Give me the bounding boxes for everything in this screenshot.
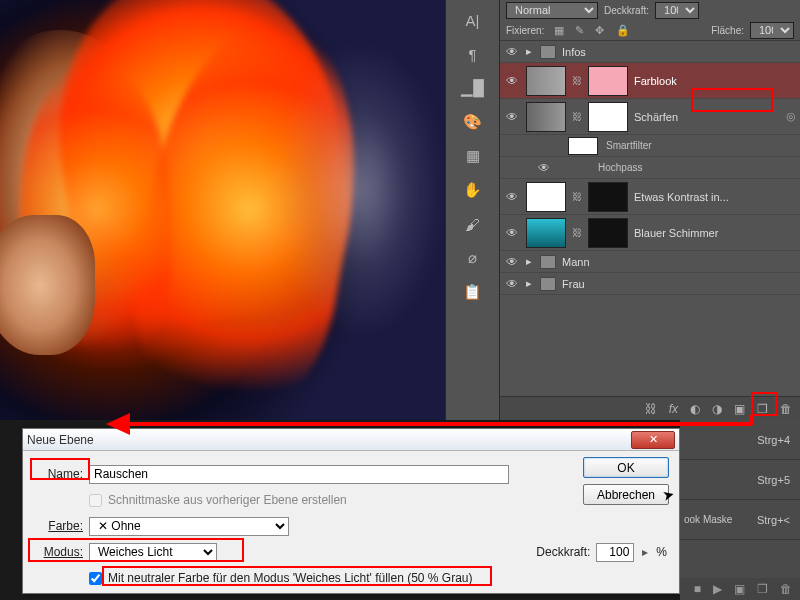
- shortcut-row[interactable]: ook Maske Strg+<: [680, 500, 800, 540]
- opacity-value[interactable]: 100%: [655, 2, 699, 19]
- neutral-fill-checkbox[interactable]: [89, 572, 102, 585]
- visibility-toggle[interactable]: 👁: [536, 161, 552, 175]
- color-label: Farbe:: [35, 519, 83, 533]
- layers-footer: ⛓ fx ◐ ◑ ▣ ❐ 🗑: [500, 396, 800, 420]
- link-icon: ⛓: [572, 191, 582, 202]
- mask-icon[interactable]: ◐: [690, 402, 700, 416]
- stop-icon[interactable]: ■: [694, 582, 701, 596]
- hand-icon[interactable]: ✋: [459, 176, 487, 204]
- swatches-icon[interactable]: 🎨: [459, 108, 487, 136]
- visibility-toggle[interactable]: 👁: [504, 45, 520, 59]
- link-layers-icon[interactable]: ⛓: [645, 402, 657, 416]
- visibility-toggle[interactable]: 👁: [504, 277, 520, 291]
- layer-thumb: [526, 102, 566, 132]
- name-label: Name:: [35, 467, 83, 481]
- new-icon[interactable]: ❐: [757, 582, 768, 596]
- visibility-toggle[interactable]: 👁: [504, 110, 520, 124]
- fx-icon[interactable]: fx: [669, 402, 678, 416]
- folder-icon: [540, 255, 556, 269]
- color-select[interactable]: ✕ Ohne: [89, 517, 289, 536]
- dialog-opacity-label: Deckkraft:: [536, 545, 590, 559]
- annotation-arrow: [119, 422, 751, 426]
- annotation-arrow: [106, 413, 130, 435]
- dialog-title: Neue Ebene: [27, 433, 94, 447]
- shortcut-row[interactable]: Strg+4: [680, 420, 800, 460]
- group-icon[interactable]: ▣: [734, 402, 745, 416]
- histogram-icon[interactable]: ▁█: [459, 74, 487, 102]
- visibility-toggle[interactable]: 👁: [504, 74, 520, 88]
- dialog-opacity-input[interactable]: [596, 543, 634, 562]
- layer-list: 👁 ▸ Infos 👁 ⛓ Farblook 👁 ⛓ Schärfen ◎ Sm…: [500, 40, 800, 295]
- fill-value[interactable]: 100%: [750, 22, 794, 39]
- layer-kontrast[interactable]: 👁 ⛓ Etwas Kontrast in...: [500, 179, 800, 215]
- mode-label: Modus:: [35, 545, 83, 559]
- layer-thumb: [526, 218, 566, 248]
- layers-panel: Normal Deckkraft: 100% Fixieren: ▦ ✎ ✥ 🔒…: [500, 0, 800, 420]
- actions-panel: Strg+4 Strg+5 ook Maske Strg+< ■ ▶ ▣ ❐ 🗑: [680, 420, 800, 600]
- opacity-label: Deckkraft:: [604, 5, 649, 16]
- cancel-button[interactable]: Abbrechen: [583, 484, 669, 505]
- adjustment-icon[interactable]: ◑: [712, 402, 722, 416]
- lock-label: Fixieren:: [506, 25, 544, 36]
- visibility-toggle[interactable]: 👁: [504, 255, 520, 269]
- filter-hochpass[interactable]: 👁 Hochpass: [500, 157, 800, 179]
- smart-object-icon: ◎: [786, 110, 796, 123]
- paragraph-panel-icon[interactable]: ¶: [459, 40, 487, 68]
- mask-thumb[interactable]: [588, 218, 628, 248]
- notes-icon[interactable]: 📋: [459, 278, 487, 306]
- play-icon[interactable]: ▶: [713, 582, 722, 596]
- new-layer-icon[interactable]: ❐: [757, 402, 768, 416]
- layer-farblook[interactable]: 👁 ⛓ Farblook: [500, 63, 800, 99]
- neutral-fill-label: Mit neutraler Farbe für den Modus 'Weich…: [108, 571, 473, 585]
- fill-label: Fläche:: [711, 25, 744, 36]
- blend-mode-select[interactable]: Normal: [506, 2, 598, 19]
- type-panel-icon[interactable]: A|: [459, 6, 487, 34]
- link-icon: ⛓: [572, 75, 582, 86]
- layer-thumb: [526, 182, 566, 212]
- clip-checkbox: [89, 494, 102, 507]
- ok-button[interactable]: OK: [583, 457, 669, 478]
- link-icon: ⛓: [572, 227, 582, 238]
- layer-folder-frau[interactable]: 👁 ▸ Frau: [500, 273, 800, 295]
- percent-label: %: [656, 545, 667, 559]
- folder-icon: [540, 45, 556, 59]
- brush-icon[interactable]: 🖌: [459, 210, 487, 238]
- lock-icons[interactable]: ▦ ✎ ✥ 🔒: [554, 24, 633, 37]
- canvas-image[interactable]: [0, 0, 445, 420]
- new-layer-dialog: Neue Ebene ✕ OK Abbrechen ➤ Name: Schnit…: [22, 428, 680, 594]
- opacity-arrow-icon[interactable]: ▸: [640, 545, 650, 559]
- clip-label: Schnittmaske aus vorheriger Ebene erstel…: [108, 493, 347, 507]
- filter-mask-thumb: [568, 137, 598, 155]
- mask-thumb[interactable]: [588, 102, 628, 132]
- panel-icon-column: A| ¶ ▁█ 🎨 ▦ ✋ 🖌 ⌀ 📋: [445, 0, 500, 420]
- mode-select[interactable]: Weiches Licht: [89, 543, 217, 562]
- layer-schaerfen[interactable]: 👁 ⛓ Schärfen ◎: [500, 99, 800, 135]
- adjustment-thumb: [526, 66, 566, 96]
- trash-icon[interactable]: 🗑: [780, 402, 792, 416]
- shortcut-row[interactable]: Strg+5: [680, 460, 800, 500]
- actions-footer: ■ ▶ ▣ ❐ 🗑: [680, 578, 800, 600]
- close-button[interactable]: ✕: [631, 431, 675, 449]
- layer-folder-infos[interactable]: 👁 ▸ Infos: [500, 41, 800, 63]
- styles-icon[interactable]: ▦: [459, 142, 487, 170]
- folder-icon: [540, 277, 556, 291]
- trash-icon[interactable]: 🗑: [780, 582, 792, 596]
- visibility-toggle[interactable]: 👁: [504, 226, 520, 240]
- mask-thumb[interactable]: [588, 182, 628, 212]
- folder-icon[interactable]: ▣: [734, 582, 745, 596]
- link-icon: ⛓: [572, 111, 582, 122]
- mask-thumb[interactable]: [588, 66, 628, 96]
- layer-folder-mann[interactable]: 👁 ▸ Mann: [500, 251, 800, 273]
- name-input[interactable]: [89, 465, 509, 484]
- clone-icon[interactable]: ⌀: [459, 244, 487, 272]
- layer-blauer-schimmer[interactable]: 👁 ⛓ Blauer Schimmer: [500, 215, 800, 251]
- visibility-toggle[interactable]: 👁: [504, 190, 520, 204]
- smartfilter-row[interactable]: Smartfilter: [500, 135, 800, 157]
